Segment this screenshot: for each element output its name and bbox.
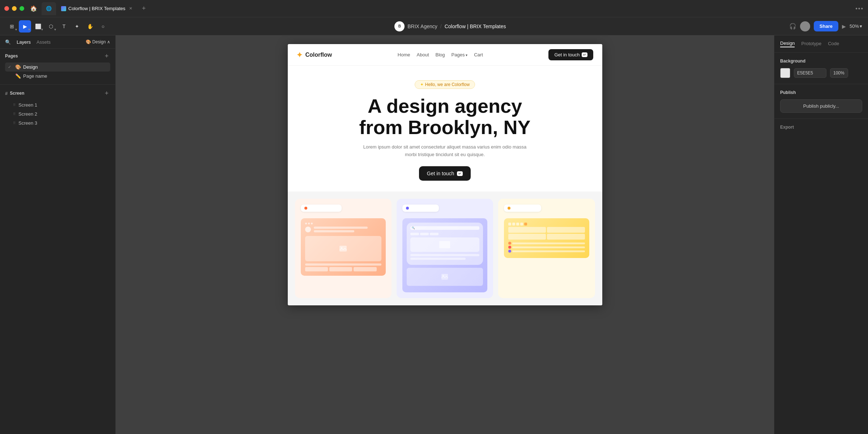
mock-tag (410, 233, 419, 235)
toolbar: ⊞ ▾ ▶ ▾ ⬜ ▾ ⬡ ▾ T ✦ ✋ ○ B BRIX Agenc (0, 17, 868, 35)
background-opacity-input[interactable] (830, 68, 848, 78)
grid-icon: ⊞ (10, 23, 14, 29)
tab-design[interactable]: Design (780, 40, 795, 47)
nav-cta-label: Get in touch (554, 52, 580, 57)
window-controls (4, 6, 24, 11)
home-icon[interactable]: 🏠 (29, 4, 39, 14)
mock-grid-cell (508, 227, 546, 233)
pages-section: Pages + ✓ 🎨 Design ✏️ Page name (0, 49, 115, 84)
canvas[interactable]: ✦ Colorflow Home About Blog Pages Cart G… (116, 35, 774, 434)
nav-pages[interactable]: Pages (452, 52, 468, 57)
background-hex-input[interactable] (794, 68, 826, 78)
toolbar-brand: B BRIX Agency / Colorflow | BRIX Templat… (394, 21, 506, 31)
nav-about[interactable]: About (417, 52, 429, 57)
tab-favicon (61, 6, 66, 11)
pages-header: Pages + (5, 52, 110, 60)
enter-icon: ↵ (582, 52, 587, 57)
main-content: 🔍 Layers Assets 🎨 Design ∧ Pages + ✓ 🎨 D… (0, 35, 868, 434)
screen-item-3[interactable]: ⠿ Screen 3 (5, 119, 110, 128)
play-icon[interactable]: ▶ (842, 23, 846, 29)
mock-line (410, 254, 479, 256)
mock-avatar (305, 227, 311, 232)
text-tool-button[interactable]: T (58, 20, 70, 33)
tab-assets[interactable]: Assets (37, 39, 51, 45)
screen-item-2[interactable]: ⠿ Screen 2 (5, 109, 110, 119)
hero-title-line1: A design agency (296, 95, 594, 117)
screens-header: # Screen + (5, 87, 110, 99)
hero-cta-button[interactable]: Get in touch ↵ (419, 166, 471, 181)
mock-phone: 🔍 (407, 223, 483, 265)
globe-icon: 🌐 (46, 6, 52, 11)
publish-title: Publish (780, 90, 862, 95)
website-nav: ✦ Colorflow Home About Blog Pages Cart G… (288, 44, 602, 66)
tab-add-button[interactable]: + (140, 4, 148, 13)
add-page-button[interactable]: + (103, 52, 110, 60)
mock-grid (508, 227, 585, 240)
mock-tag (430, 233, 439, 235)
tab-colorflow[interactable]: Colorflow | BRIX Templates ✕ (57, 2, 137, 15)
page-item-pagename[interactable]: ✏️ Page name (5, 72, 110, 81)
page-item-design[interactable]: ✓ 🎨 Design (5, 63, 110, 72)
dot-icon (508, 207, 510, 210)
drag-handle-icon: ⠿ (13, 103, 16, 107)
grid-tool-button[interactable]: ⊞ ▾ (6, 20, 18, 33)
brand-name: BRIX Agency (407, 23, 437, 29)
close-button[interactable] (4, 6, 9, 11)
badge-text: Hello, we are Colorflow (425, 82, 470, 87)
search-icon[interactable]: 🔍 (5, 39, 11, 45)
toolbar-right: 🎧 Share ▶ 50% ▾ (789, 21, 862, 31)
card-badge-uiux: UI/UX design (402, 205, 439, 212)
background-swatch[interactable] (780, 68, 790, 78)
headphones-icon[interactable]: 🎧 (789, 23, 796, 30)
list-text (512, 242, 585, 244)
tab-close-icon[interactable]: ✕ (129, 6, 132, 11)
comment-icon: ○ (102, 23, 104, 29)
card-label: Brand design (512, 206, 538, 210)
publish-button[interactable]: Publish publicly... (780, 99, 862, 113)
mock-image (305, 236, 381, 261)
card-label: Graphic design (309, 206, 338, 210)
user-avatar[interactable] (800, 21, 810, 31)
hero-badge: ✦ Hello, we are Colorflow (415, 80, 475, 89)
chevron-down-icon: ▾ (54, 27, 56, 31)
shape-tool-button[interactable]: ⬡ ▾ (45, 20, 57, 33)
frame-tool-button[interactable]: ⬜ ▾ (32, 20, 44, 33)
select-tool-button[interactable]: ▶ ▾ (19, 20, 31, 33)
mock-image-2 (407, 268, 483, 286)
nav-cart[interactable]: Cart (474, 52, 483, 57)
minimize-button[interactable] (12, 6, 17, 11)
tab-prototype[interactable]: Prototype (801, 41, 821, 47)
nav-cta-button[interactable]: Get in touch ↵ (548, 49, 593, 60)
add-screen-button[interactable]: + (103, 90, 110, 97)
card-uiux-design[interactable]: UI/UX design 🔍 (397, 199, 493, 298)
nav-home[interactable]: Home (398, 52, 410, 57)
right-panel-tabs: Design Prototype Code (774, 35, 868, 53)
site-nav-links: Home About Blog Pages Cart (398, 52, 483, 57)
tab-code[interactable]: Code (828, 41, 839, 47)
mock-grid-cell (547, 234, 585, 240)
card-brand-design[interactable]: Brand design (498, 199, 595, 298)
component-tool-button[interactable]: ✦ (71, 20, 83, 33)
more-icon[interactable]: ••• (855, 5, 864, 12)
comment-tool-button[interactable]: ○ (97, 20, 109, 33)
tab-layers[interactable]: Layers (17, 39, 31, 45)
screen-item-1[interactable]: ⠿ Screen 1 (5, 100, 110, 109)
hero-section: ✦ Hello, we are Colorflow A design agenc… (288, 66, 602, 192)
page-icon: 🎨 (15, 64, 21, 70)
tab-new[interactable]: 🌐 (42, 2, 56, 15)
design-badge[interactable]: 🎨 Design ∧ (86, 39, 110, 44)
page-label: Design (23, 64, 38, 70)
zoom-control[interactable]: 50% ▾ (850, 23, 862, 29)
share-button[interactable]: Share (814, 21, 838, 31)
maximize-button[interactable] (20, 6, 24, 11)
mock-tool (520, 223, 523, 225)
page-icon: ✏️ (15, 73, 21, 79)
nav-blog[interactable]: Blog (436, 52, 445, 57)
mock-browser-bar (305, 223, 381, 224)
mock-list-row (508, 250, 585, 253)
chevron-down-icon: ▾ (860, 23, 862, 29)
mock-tag (420, 233, 429, 235)
hand-tool-button[interactable]: ✋ (84, 20, 96, 33)
card-graphic-design[interactable]: Graphic design (295, 199, 392, 298)
tool-group-left: ⊞ ▾ ▶ ▾ ⬜ ▾ ⬡ ▾ T ✦ ✋ ○ (6, 20, 109, 33)
